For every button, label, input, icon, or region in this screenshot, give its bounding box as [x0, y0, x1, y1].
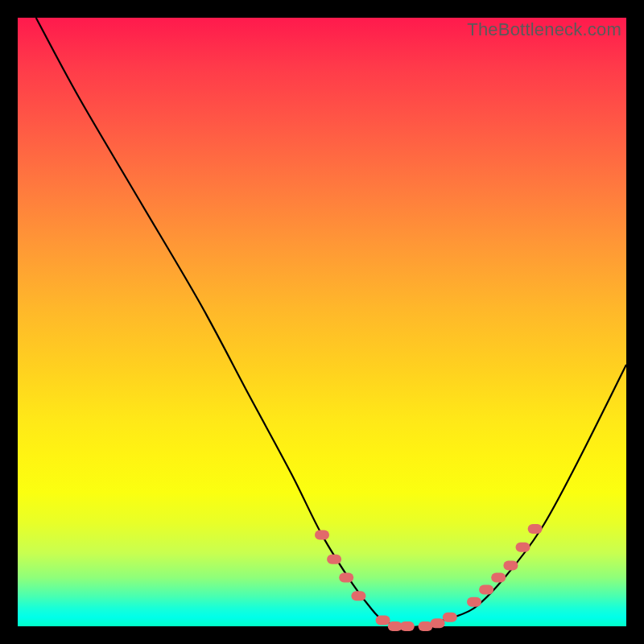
bottleneck-curve [36, 18, 626, 627]
curve-marker [528, 524, 543, 534]
curve-marker [479, 585, 493, 595]
curve-marker [376, 615, 390, 625]
curve-marker [516, 543, 530, 552]
curve-marker [315, 530, 329, 540]
curve-marker [467, 597, 481, 607]
curve-marker [443, 613, 457, 622]
curve-marker [400, 621, 415, 631]
curve-marker [431, 618, 445, 628]
curve-marker [503, 560, 518, 570]
curve-marker [327, 555, 341, 564]
curve-marker [339, 573, 353, 583]
chart-svg [18, 18, 626, 626]
curve-marker [351, 591, 365, 601]
curve-marker [491, 573, 506, 583]
curve-markers [315, 524, 543, 631]
watermark-text: TheBottleneck.com [467, 19, 621, 40]
chart-frame: TheBottleneck.com [18, 18, 626, 626]
